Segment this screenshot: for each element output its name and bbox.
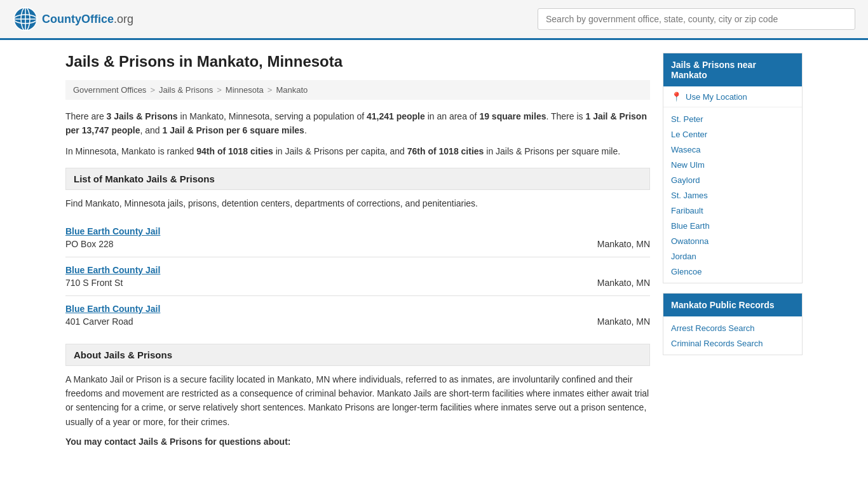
breadcrumb-item-gov-offices[interactable]: Government Offices xyxy=(73,85,146,95)
search-input[interactable] xyxy=(538,8,855,30)
logo-icon xyxy=(13,6,38,32)
sidebar-public-records-box: Mankato Public Records Arrest Records Se… xyxy=(663,293,803,355)
about-section-text: A Mankato Jail or Prison is a secure fac… xyxy=(65,372,650,430)
logo-text: CountyOffice.org xyxy=(42,13,133,26)
nearby-city-glencoe[interactable]: Glencoe xyxy=(671,267,702,276)
list-item: Waseca xyxy=(663,142,802,157)
jail-city-1: Mankato, MN xyxy=(597,239,650,249)
breadcrumb-item-mankato[interactable]: Mankato xyxy=(276,85,308,95)
jail-entry-2: Blue Earth County Jail 710 S Front St Ma… xyxy=(65,257,650,296)
list-section-intro: Find Mankato, Minnesota jails, prisons, … xyxy=(65,196,650,210)
jail-address-2: 710 S Front St xyxy=(65,278,123,288)
list-item: Criminal Records Search xyxy=(663,336,802,351)
nearby-city-st-peter[interactable]: St. Peter xyxy=(671,114,703,124)
sidebar-nearby-header: Jails & Prisons near Mankato xyxy=(663,53,802,86)
jail-entry-1: Blue Earth County Jail PO Box 228 Mankat… xyxy=(65,219,650,257)
description-line2: In Minnesota, Mankato is ranked 94th of … xyxy=(65,144,650,158)
sidebar-nearby-box: Jails & Prisons near Mankato 📍 Use My Lo… xyxy=(663,53,803,283)
arrest-records-link[interactable]: Arrest Records Search xyxy=(671,323,755,333)
list-item: Glencoe xyxy=(663,264,802,279)
list-item: Owatonna xyxy=(663,233,802,248)
content: Jails & Prisons in Mankato, Minnesota Go… xyxy=(65,53,650,447)
jail-name-1[interactable]: Blue Earth County Jail xyxy=(65,226,650,236)
jail-city-2: Mankato, MN xyxy=(597,278,650,288)
sidebar-public-records-header: Mankato Public Records xyxy=(663,294,802,316)
nearby-city-gaylord[interactable]: Gaylord xyxy=(671,175,700,185)
list-item: Le Center xyxy=(663,126,802,142)
criminal-records-link[interactable]: Criminal Records Search xyxy=(671,339,763,348)
contact-label: You may contact Jails & Prisons for ques… xyxy=(65,437,650,447)
header: CountyOffice.org xyxy=(0,0,868,40)
breadcrumb-sep-3: > xyxy=(268,85,273,95)
jail-city-3: Mankato, MN xyxy=(597,316,650,327)
list-item: St. Peter xyxy=(663,111,802,126)
nearby-city-new-ulm[interactable]: New Ulm xyxy=(671,160,705,170)
nearby-city-faribault[interactable]: Faribault xyxy=(671,206,703,215)
list-item: Jordan xyxy=(663,248,802,264)
jail-details-3: 401 Carver Road Mankato, MN xyxy=(65,316,650,327)
list-item: Faribault xyxy=(663,203,802,218)
use-my-location[interactable]: 📍 Use My Location xyxy=(663,86,802,107)
list-item: New Ulm xyxy=(663,157,802,172)
about-section-header: About Jails & Prisons xyxy=(65,344,650,366)
jail-address-1: PO Box 228 xyxy=(65,239,114,249)
breadcrumb-sep-2: > xyxy=(217,85,222,95)
jail-address-3: 401 Carver Road xyxy=(65,316,133,327)
list-section-header: List of Mankato Jails & Prisons xyxy=(65,168,650,190)
jail-details-1: PO Box 228 Mankato, MN xyxy=(65,239,650,249)
jail-list: Blue Earth County Jail PO Box 228 Mankat… xyxy=(65,219,650,334)
nearby-city-jordan[interactable]: Jordan xyxy=(671,252,696,261)
jail-details-2: 710 S Front St Mankato, MN xyxy=(65,278,650,288)
nearby-city-waseca[interactable]: Waseca xyxy=(671,145,700,154)
list-item: Gaylord xyxy=(663,172,802,187)
page-title: Jails & Prisons in Mankato, Minnesota xyxy=(65,53,650,71)
description: There are 3 Jails & Prisons in Mankato, … xyxy=(65,109,650,138)
jail-entry-3: Blue Earth County Jail 401 Carver Road M… xyxy=(65,296,650,334)
nearby-city-blue-earth[interactable]: Blue Earth xyxy=(671,221,710,231)
breadcrumb-sep-1: > xyxy=(150,85,155,95)
use-location-label: Use My Location xyxy=(686,92,747,102)
nearby-cities-list: St. Peter Le Center Waseca New Ulm Gaylo… xyxy=(663,107,802,283)
list-item: Blue Earth xyxy=(663,218,802,233)
nearby-city-le-center[interactable]: Le Center xyxy=(671,130,707,139)
nearby-city-st-james[interactable]: St. James xyxy=(671,191,708,200)
sidebar: Jails & Prisons near Mankato 📍 Use My Lo… xyxy=(663,53,803,447)
list-item: Arrest Records Search xyxy=(663,320,802,336)
breadcrumb-item-minnesota[interactable]: Minnesota xyxy=(226,85,264,95)
public-records-list: Arrest Records Search Criminal Records S… xyxy=(663,316,802,355)
jail-name-3[interactable]: Blue Earth County Jail xyxy=(65,304,650,314)
jail-name-2[interactable]: Blue Earth County Jail xyxy=(65,265,650,275)
breadcrumb: Government Offices > Jails & Prisons > M… xyxy=(65,80,650,100)
nearby-city-owatonna[interactable]: Owatonna xyxy=(671,236,709,246)
main-wrapper: Jails & Prisons in Mankato, Minnesota Go… xyxy=(53,40,815,459)
breadcrumb-item-jails-prisons[interactable]: Jails & Prisons xyxy=(159,85,213,95)
list-item: St. James xyxy=(663,187,802,203)
location-icon: 📍 xyxy=(671,92,682,102)
logo-area: CountyOffice.org xyxy=(13,6,133,32)
search-bar[interactable] xyxy=(538,8,855,30)
